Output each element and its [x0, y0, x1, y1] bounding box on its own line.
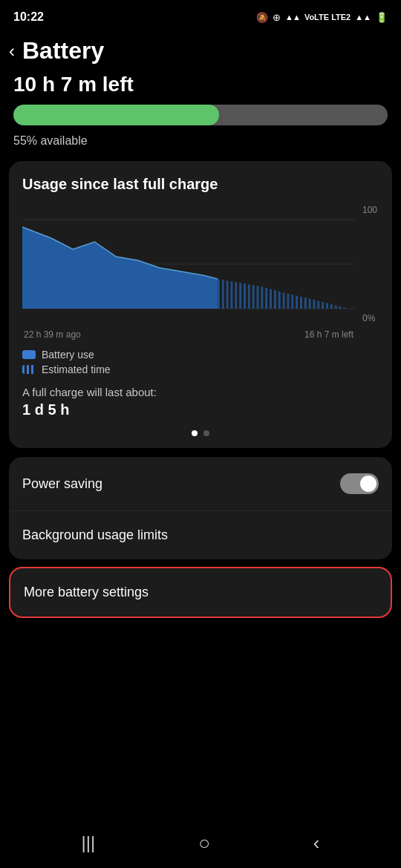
battery-time-remaining: 10 h 7 m left	[0, 70, 401, 99]
chart-svg-container	[22, 205, 355, 323]
home-nav-icon[interactable]: ○	[198, 832, 210, 855]
usage-card: Usage since last full charge	[9, 161, 392, 448]
toggle-knob	[360, 476, 376, 492]
power-saving-toggle[interactable]	[340, 473, 379, 494]
mute-icon: 🔕	[256, 12, 268, 23]
chart-right-time: 16 h 7 m left	[304, 329, 353, 340]
legend-battery-use: Battery use	[22, 349, 379, 361]
page-header: ‹ Battery	[0, 31, 401, 70]
recents-nav-icon[interactable]: |||	[81, 832, 95, 853]
signal-icon: ▲▲	[285, 13, 300, 22]
pagination-dots	[22, 430, 379, 436]
battery-bar-fill	[13, 105, 219, 125]
pagination-dot-1	[192, 430, 198, 436]
full-charge-value: 1 d 5 h	[22, 401, 379, 418]
more-battery-settings-button[interactable]: More battery settings	[9, 567, 392, 618]
background-usage-item[interactable]: Background usage limits	[9, 511, 392, 559]
chart-top-label: 100	[362, 205, 377, 215]
chart-x-labels: 22 h 39 m ago 16 h 7 m left	[22, 329, 355, 340]
chart-svg	[22, 205, 355, 323]
full-charge-label: A full charge will last about:	[22, 386, 379, 398]
pagination-dot-2	[203, 430, 209, 436]
legend-battery-use-label: Battery use	[42, 349, 94, 361]
legend-dot-solid	[22, 350, 36, 359]
more-battery-settings-label: More battery settings	[24, 585, 149, 599]
power-saving-item[interactable]: Power saving	[9, 457, 392, 511]
settings-list: Power saving Background usage limits	[9, 457, 392, 559]
usage-title: Usage since last full charge	[22, 176, 379, 193]
battery-bar	[13, 105, 388, 125]
chart-left-time: 22 h 39 m ago	[24, 329, 81, 340]
signal2-icon: ▲▲	[355, 13, 371, 22]
back-button[interactable]: ‹	[9, 41, 15, 62]
legend-estimated-time-label: Estimated time	[42, 364, 111, 375]
chart-legend: Battery use Estimated time	[22, 349, 379, 375]
lte-label: VoLTE LTE2	[304, 13, 351, 22]
chart-bottom-label: 0%	[362, 313, 377, 323]
battery-icon: 🔋	[376, 12, 388, 23]
status-bar: 10:22 🔕 ⊕ ▲▲ VoLTE LTE2 ▲▲ 🔋	[0, 0, 401, 31]
power-saving-label: Power saving	[22, 476, 102, 492]
battery-percent-label: 55% available	[0, 131, 401, 155]
wifi-icon: ⊕	[273, 12, 281, 23]
page-title: Battery	[22, 37, 104, 65]
svg-marker-6	[218, 279, 355, 309]
chart-y-labels: 100 0%	[361, 205, 379, 323]
legend-dot-stripe	[22, 365, 36, 374]
status-time: 10:22	[13, 10, 44, 24]
background-usage-label: Background usage limits	[22, 527, 168, 543]
battery-chart: 100 0%	[22, 205, 379, 323]
legend-estimated-time: Estimated time	[22, 364, 379, 375]
status-icons: 🔕 ⊕ ▲▲ VoLTE LTE2 ▲▲ 🔋	[256, 12, 388, 23]
back-nav-icon[interactable]: ‹	[313, 832, 320, 855]
svg-marker-3	[22, 227, 218, 309]
bottom-nav: ||| ○ ‹	[0, 818, 401, 868]
